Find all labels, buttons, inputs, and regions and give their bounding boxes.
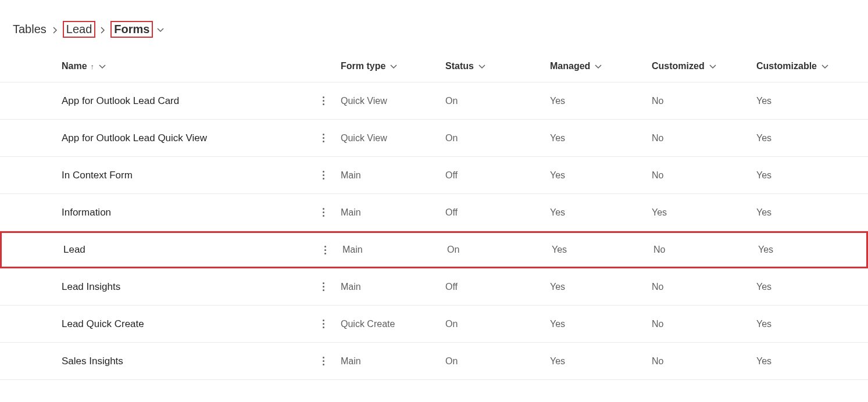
customized-cell: No [652,170,663,181]
column-header-label: Customized [652,61,705,71]
status-cell: On [445,96,458,106]
more-vertical-icon [323,96,324,98]
managed-cell: Yes [550,356,565,367]
form-type-cell: Main [341,282,361,292]
forms-table: Name ↑ Form type Status [0,49,868,380]
breadcrumb-forms[interactable]: Forms [110,21,153,38]
breadcrumb-lead[interactable]: Lead [63,21,96,38]
customizable-cell: Yes [756,207,771,218]
form-type-cell: Quick Create [341,319,395,329]
form-name[interactable]: Lead [63,244,85,256]
chevron-down-icon [709,61,716,71]
form-type-cell: Quick View [341,96,387,106]
status-cell: Off [445,170,458,181]
chevron-right-icon [100,23,106,36]
chevron-down-icon [478,61,485,71]
more-actions-button[interactable] [318,315,329,333]
more-vertical-icon [323,357,324,358]
breadcrumb-tables[interactable]: Tables [12,23,48,36]
customizable-cell: Yes [756,170,771,181]
status-cell: On [447,245,459,255]
chevron-right-icon [52,23,58,36]
column-header-label: Name [62,61,87,71]
more-actions-button[interactable] [318,352,329,370]
form-name[interactable]: Sales Insights [62,356,123,367]
status-cell: Off [445,207,458,218]
customizable-cell: Yes [756,282,771,292]
more-vertical-icon [323,282,324,284]
managed-cell: Yes [550,319,565,329]
table-row[interactable]: App for Outlook Lead Quick View Quick Vi… [0,120,868,157]
table-row[interactable]: Lead Quick Create Quick Create On Yes No… [0,306,868,343]
managed-cell: Yes [550,170,565,181]
status-cell: On [445,356,458,367]
chevron-down-icon [99,61,106,71]
column-header-customized[interactable]: Customized [652,61,716,71]
customizable-cell: Yes [756,96,771,106]
managed-cell: Yes [550,133,565,143]
form-type-cell: Main [341,207,361,218]
managed-cell: Yes [550,207,565,218]
sort-ascending-icon: ↑ [91,63,95,70]
form-type-cell: Main [342,245,363,255]
form-type-cell: Main [341,356,361,367]
more-actions-button[interactable] [318,129,329,147]
more-vertical-icon [323,134,324,135]
more-actions-button[interactable] [318,92,329,110]
column-header-form-type[interactable]: Form type [341,61,397,71]
customizable-cell: Yes [756,356,771,367]
column-header-label: Status [445,61,474,71]
managed-cell: Yes [552,245,567,255]
form-name[interactable]: Information [62,207,111,218]
customized-cell: No [652,356,663,367]
status-cell: On [445,133,458,143]
chevron-down-icon[interactable] [156,23,165,36]
more-vertical-icon [323,208,324,210]
customized-cell: No [652,96,663,106]
customized-cell: Yes [652,207,667,218]
more-vertical-icon [323,320,324,321]
customizable-cell: Yes [758,245,773,255]
form-name[interactable]: Lead Quick Create [62,318,144,330]
table-header-row: Name ↑ Form type Status [0,49,868,82]
column-header-status[interactable]: Status [445,61,485,71]
form-name[interactable]: App for Outlook Lead Card [62,95,179,107]
chevron-down-icon [595,61,602,71]
table-row[interactable]: Information Main Off Yes Yes Yes [0,194,868,231]
managed-cell: Yes [550,96,565,106]
column-header-customizable[interactable]: Customizable [756,61,828,71]
customized-cell: No [653,245,665,255]
table-row[interactable]: Sales Insights Main On Yes No Yes [0,343,868,380]
column-header-label: Form type [341,61,385,71]
column-header-label: Customizable [756,61,817,71]
table-row[interactable]: App for Outlook Lead Card Quick View On … [0,82,868,120]
table-row[interactable]: Lead Main On Yes No Yes [0,231,868,268]
chevron-down-icon [390,61,397,71]
status-cell: On [445,319,458,329]
managed-cell: Yes [550,282,565,292]
column-header-name[interactable]: Name ↑ [62,61,106,71]
form-type-cell: Main [341,170,361,181]
more-actions-button[interactable] [320,241,331,259]
customized-cell: No [652,282,663,292]
customized-cell: No [652,319,663,329]
more-actions-button[interactable] [318,278,329,296]
form-name[interactable]: In Context Form [62,170,133,181]
table-row[interactable]: In Context Form Main Off Yes No Yes [0,157,868,194]
column-header-managed[interactable]: Managed [550,61,602,71]
form-name[interactable]: Lead Insights [62,281,120,293]
chevron-down-icon [821,61,828,71]
more-actions-button[interactable] [318,166,329,184]
customizable-cell: Yes [756,319,771,329]
more-vertical-icon [323,171,324,173]
form-name[interactable]: App for Outlook Lead Quick View [62,132,207,144]
more-vertical-icon [324,246,326,247]
customized-cell: No [652,133,663,143]
form-type-cell: Quick View [341,133,387,143]
status-cell: Off [445,282,458,292]
table-row[interactable]: Lead Insights Main Off Yes No Yes [0,268,868,306]
column-header-label: Managed [550,61,590,71]
customizable-cell: Yes [756,133,771,143]
more-actions-button[interactable] [318,203,329,221]
breadcrumb: Tables Lead Forms [0,0,868,49]
